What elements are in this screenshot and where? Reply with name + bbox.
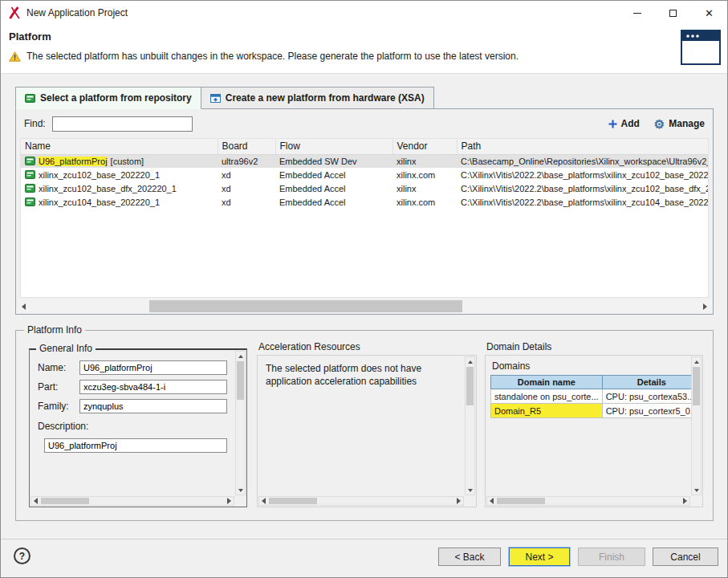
name-label: Name: bbox=[38, 362, 79, 373]
find-label: Find: bbox=[24, 118, 46, 129]
table-row-zcu104-base[interactable]: xilinx_zcu104_base_202220_1 xd Embedded … bbox=[21, 195, 708, 209]
column-header-vendor[interactable]: Vendor bbox=[392, 139, 457, 154]
table-horizontal-scrollbar[interactable] bbox=[17, 299, 712, 313]
name-field-row: Name: bbox=[38, 360, 227, 376]
platform-name: xilinx_zcu102_base_dfx_202220_1 bbox=[39, 184, 177, 193]
scroll-down-arrow[interactable] bbox=[466, 486, 474, 495]
scrollbar-thumb[interactable] bbox=[693, 367, 700, 405]
back-button[interactable]: < Back bbox=[438, 547, 501, 566]
scroll-right-arrow[interactable] bbox=[454, 497, 463, 505]
scrollbar-thumb[interactable] bbox=[237, 361, 244, 400]
cancel-button[interactable]: Cancel bbox=[653, 547, 718, 566]
cell-vendor: xilinx.com bbox=[392, 168, 457, 181]
domain-hscrollbar[interactable] bbox=[486, 496, 690, 506]
platform-icon bbox=[25, 184, 35, 193]
part-field[interactable] bbox=[79, 380, 227, 394]
general-info-vscrollbar[interactable] bbox=[235, 351, 246, 495]
plus-icon bbox=[608, 120, 617, 128]
table-row-u96-platformproj[interactable]: U96_platformProj [custom] ultra96v2 Embe… bbox=[21, 154, 708, 168]
title-bar[interactable]: New Application Project ✕ bbox=[1, 1, 727, 25]
scroll-left-arrow[interactable] bbox=[487, 497, 496, 505]
manage-platforms-button[interactable]: ⚙ Manage bbox=[654, 118, 705, 130]
add-platform-button[interactable]: Add bbox=[608, 118, 640, 129]
column-header-flow[interactable]: Flow bbox=[275, 139, 392, 154]
maximize-button[interactable] bbox=[655, 1, 691, 25]
find-input[interactable] bbox=[52, 116, 193, 132]
domain-name-cell: standalone on psu_corte... bbox=[491, 389, 603, 404]
table-row-zcu102-base-dfx[interactable]: xilinx_zcu102_base_dfx_202220_1 xd Embed… bbox=[21, 181, 708, 195]
column-header-details[interactable]: Details bbox=[602, 376, 701, 389]
scroll-right-arrow[interactable] bbox=[225, 497, 234, 505]
warning-text: The selected platform has unbuilt change… bbox=[26, 51, 519, 62]
cell-flow: Embedded SW Dev bbox=[275, 154, 392, 168]
cell-board: ultra96v2 bbox=[218, 154, 275, 168]
column-header-board[interactable]: Board bbox=[218, 139, 275, 154]
general-info-hscrollbar[interactable] bbox=[31, 496, 234, 506]
next-button[interactable]: Next > bbox=[509, 547, 570, 566]
name-field[interactable] bbox=[79, 360, 227, 375]
acceleration-hscrollbar[interactable] bbox=[258, 496, 464, 506]
scroll-left-arrow[interactable] bbox=[17, 299, 31, 313]
description-field[interactable] bbox=[44, 438, 227, 453]
scroll-up-arrow[interactable] bbox=[692, 357, 701, 366]
acceleration-resources-title: Acceleration Resources bbox=[257, 341, 477, 352]
column-header-path[interactable]: Path bbox=[457, 139, 708, 154]
tab-create-platform-xsa[interactable]: Create a new platform from hardware (XSA… bbox=[201, 87, 434, 109]
scrollbar-thumb[interactable] bbox=[466, 367, 474, 405]
scrollbar-thumb[interactable] bbox=[149, 300, 462, 312]
scroll-left-arrow[interactable] bbox=[259, 497, 268, 505]
domain-row-standalone-a53[interactable]: standalone on psu_corte... CPU: psu_cort… bbox=[491, 389, 702, 404]
platform-xsa-icon bbox=[210, 94, 221, 103]
domain-details-title: Domain Details bbox=[485, 341, 703, 352]
help-button[interactable]: ? bbox=[14, 547, 31, 564]
column-header-name[interactable]: Name bbox=[21, 139, 218, 154]
platform-table-header: Name Board Flow Vendor Path bbox=[21, 139, 708, 154]
window-title: New Application Project bbox=[26, 7, 128, 18]
manage-label: Manage bbox=[669, 118, 705, 129]
acceleration-resources-group: Acceleration Resources The selected plat… bbox=[257, 341, 477, 507]
domain-name-cell-highlighted: Domain_R5 bbox=[491, 404, 603, 418]
domain-row-domain-r5[interactable]: Domain_R5 CPU: psu_cortexr5_0... bbox=[491, 404, 702, 418]
domains-subtitle: Domains bbox=[492, 360, 530, 372]
general-info-legend: General Info bbox=[36, 343, 96, 354]
new-application-project-dialog: New Application Project ✕ Platform The s… bbox=[0, 0, 728, 578]
general-info-group: General Info Name: Part: Family: Descrip… bbox=[29, 348, 247, 507]
scroll-right-arrow[interactable] bbox=[681, 497, 689, 505]
family-field[interactable] bbox=[79, 399, 227, 413]
finish-button: Finish bbox=[578, 547, 645, 566]
domain-details-cell: CPU: psu_cortexr5_0... bbox=[602, 404, 701, 418]
part-label: Part: bbox=[38, 381, 79, 393]
description-label: Description: bbox=[38, 421, 88, 432]
tab-select-platform-repository[interactable]: Select a platform from repository bbox=[15, 87, 201, 109]
scrollbar-thumb[interactable] bbox=[41, 498, 89, 504]
cell-path: C:\Xilinx\Vitis\2022.2\base_platforms\xi… bbox=[457, 168, 708, 181]
scroll-right-arrow[interactable] bbox=[698, 299, 712, 313]
warning-icon bbox=[9, 51, 21, 62]
table-row-zcu102-base[interactable]: xilinx_zcu102_base_202220_1 xd Embedded … bbox=[21, 168, 708, 181]
find-actions: Add ⚙ Manage bbox=[608, 118, 705, 130]
domains-table: Domain name Details standalone on psu_co… bbox=[490, 375, 702, 418]
scroll-up-arrow[interactable] bbox=[466, 357, 474, 366]
cell-path: C:\Basecamp_Online\Repositories\Xilinx_w… bbox=[457, 154, 708, 168]
minimize-icon bbox=[633, 13, 641, 14]
platform-name-highlighted: U96_platformProj bbox=[39, 157, 108, 166]
close-button[interactable]: ✕ bbox=[691, 1, 727, 25]
domain-details-box: Domains Domain name Details standalone o… bbox=[485, 355, 703, 507]
domain-vscrollbar[interactable] bbox=[691, 356, 702, 495]
scroll-left-arrow[interactable] bbox=[31, 497, 40, 505]
xilinx-logo-icon bbox=[8, 6, 22, 19]
scroll-up-arrow[interactable] bbox=[236, 352, 245, 360]
column-header-domain-name[interactable]: Domain name bbox=[491, 376, 603, 389]
scroll-down-arrow[interactable] bbox=[236, 486, 245, 495]
wizard-header: Platform The selected platform has unbui… bbox=[1, 25, 727, 73]
minimize-button[interactable] bbox=[619, 1, 655, 25]
scroll-down-arrow[interactable] bbox=[692, 486, 701, 495]
acceleration-vscrollbar[interactable] bbox=[465, 356, 475, 495]
cell-vendor: xilinx bbox=[392, 154, 457, 168]
window-controls: ✕ bbox=[619, 1, 727, 25]
warning-message-row: The selected platform has unbuilt change… bbox=[9, 51, 519, 62]
maximize-icon bbox=[669, 10, 677, 17]
scrollbar-thumb[interactable] bbox=[269, 498, 317, 504]
scrollbar-thumb[interactable] bbox=[497, 498, 545, 504]
dialog-footer: ? < Back Next > Finish Cancel bbox=[1, 539, 727, 577]
